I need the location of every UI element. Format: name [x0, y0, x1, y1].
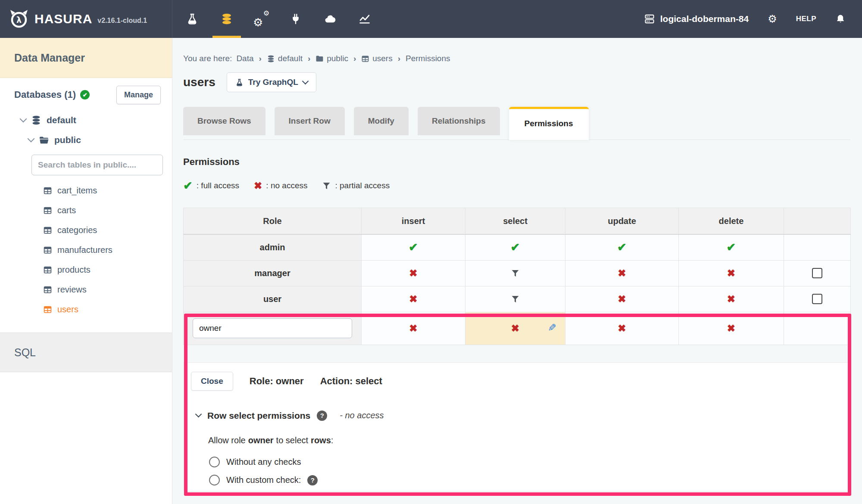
- tab-permissions[interactable]: Permissions: [509, 107, 589, 140]
- breadcrumb-default[interactable]: default: [267, 54, 303, 63]
- perm-cell-admin-update[interactable]: ✔: [565, 234, 679, 260]
- nav-right: logical-doberman-84 ⚙ HELP: [644, 0, 862, 38]
- table-icon: [43, 305, 52, 314]
- full-access-icon: ✔: [511, 241, 520, 254]
- perm-cell-owner-delete[interactable]: ✖: [679, 312, 784, 345]
- nav-cloud[interactable]: [313, 0, 347, 38]
- chevron-down-icon: [195, 411, 202, 418]
- tab-modify[interactable]: Modify: [354, 107, 409, 135]
- brand[interactable]: λ HASURA v2.16.1-cloud.1: [0, 0, 172, 38]
- perm-cell-user-update[interactable]: ✖: [565, 286, 679, 312]
- perm-cell-manager-delete[interactable]: ✖: [679, 260, 784, 286]
- perm-cell-manager-update[interactable]: ✖: [565, 260, 679, 286]
- breadcrumb-users[interactable]: users: [361, 54, 392, 63]
- perm-cell-user-insert[interactable]: ✖: [362, 286, 465, 312]
- help-icon[interactable]: ?: [307, 475, 318, 485]
- new-role-cell: [184, 312, 362, 345]
- project-name-label: logical-doberman-84: [660, 14, 749, 24]
- partial-access-icon: [511, 269, 520, 276]
- hasura-logo-icon: λ: [9, 9, 29, 29]
- nav-api-explorer[interactable]: [175, 0, 209, 38]
- table-icon: [43, 285, 52, 294]
- perm-cell-owner-update[interactable]: ✖: [565, 312, 679, 345]
- tree-schema-label: public: [54, 135, 81, 145]
- column-delete: delete: [679, 208, 784, 235]
- table-icon: [43, 226, 52, 235]
- partial-access-icon: [511, 295, 520, 302]
- sidebar-table-users[interactable]: users: [0, 299, 172, 319]
- help-icon[interactable]: ?: [317, 411, 327, 421]
- role-cell: user: [184, 286, 362, 312]
- search-tables-input[interactable]: [31, 155, 163, 175]
- breadcrumb-data[interactable]: Data: [236, 54, 253, 63]
- remove-cell-owner: [784, 312, 851, 345]
- perm-cell-manager-insert[interactable]: ✖: [362, 260, 465, 286]
- sidebar-table-manufacturers[interactable]: manufacturers: [0, 240, 172, 260]
- nav-data[interactable]: [209, 0, 244, 38]
- close-button[interactable]: Close: [191, 372, 233, 391]
- remove-cell-admin: [784, 234, 851, 260]
- remove-role-checkbox[interactable]: [812, 294, 822, 304]
- nav-monitoring[interactable]: [347, 0, 382, 38]
- page-title: users: [183, 75, 216, 89]
- chevron-right-icon: ›: [353, 54, 357, 63]
- column-select: select: [465, 208, 565, 235]
- main-content: You are here: Data › default › public › …: [172, 38, 862, 504]
- column-role: Role: [184, 208, 362, 235]
- perm-cell-admin-select[interactable]: ✔: [465, 234, 565, 260]
- breadcrumb-public[interactable]: public: [315, 54, 348, 63]
- no-access-icon: ✖: [727, 268, 735, 279]
- settings-gear-icon[interactable]: ⚙: [768, 13, 777, 25]
- tree-database-default[interactable]: default: [21, 114, 172, 126]
- plug-icon: [290, 13, 302, 25]
- no-access-icon: ✖: [618, 293, 626, 305]
- radio-with-custom-check: With custom check: ?: [191, 475, 850, 486]
- remove-role-checkbox[interactable]: [812, 268, 822, 278]
- perm-cell-user-select[interactable]: [465, 286, 565, 312]
- no-access-icon: ✖: [727, 323, 735, 334]
- tab-relationships[interactable]: Relationships: [418, 107, 500, 135]
- sidebar-table-carts[interactable]: carts: [0, 200, 172, 220]
- notifications-bell-icon[interactable]: [835, 14, 846, 24]
- full-access-icon: ✔: [409, 241, 418, 254]
- manage-button[interactable]: Manage: [116, 86, 161, 104]
- tree-schema-public[interactable]: public: [28, 134, 172, 146]
- flask-icon: [235, 78, 244, 87]
- folder-icon: [39, 135, 49, 145]
- try-graphql-button[interactable]: Try GraphQL: [227, 72, 316, 92]
- section-title: Row select permissions: [207, 411, 310, 421]
- perm-cell-admin-insert[interactable]: ✔: [362, 234, 465, 260]
- sidebar-table-cart_items[interactable]: cart_items: [0, 180, 172, 200]
- breadcrumb-prefix: You are here:: [183, 54, 232, 63]
- nav-events[interactable]: [278, 0, 313, 38]
- perm-cell-user-delete[interactable]: ✖: [679, 286, 784, 312]
- tab-insert-row[interactable]: Insert Row: [275, 107, 345, 135]
- edit-pencil-icon[interactable]: ✎: [548, 322, 556, 334]
- breadcrumb-permissions[interactable]: Permissions: [406, 54, 450, 63]
- partial-access-icon: [322, 181, 331, 190]
- no-access-icon: ✖: [409, 293, 417, 305]
- radio-button[interactable]: [209, 475, 220, 485]
- tab-bar: Browse Rows Insert Row Modify Relationsh…: [183, 107, 850, 140]
- radio-button[interactable]: [209, 457, 220, 467]
- new-role-input[interactable]: [193, 318, 352, 338]
- sidebar-table-products[interactable]: products: [0, 260, 172, 280]
- perm-cell-owner-insert[interactable]: ✖: [362, 312, 465, 345]
- perm-cell-admin-delete[interactable]: ✔: [679, 234, 784, 260]
- table-row-user: user ✖ ✖ ✖: [184, 286, 851, 312]
- perm-cell-owner-select-editing[interactable]: ✖ ✎: [465, 312, 565, 345]
- sidebar-table-categories[interactable]: categories: [0, 220, 172, 240]
- sidebar-sql-section[interactable]: SQL: [0, 333, 172, 372]
- permissions-legend: ✔ : full access ✖ : no access : partial …: [183, 180, 862, 192]
- no-access-icon: ✖: [618, 268, 626, 279]
- nav-actions[interactable]: ⚙⚙: [244, 0, 278, 38]
- no-access-icon: ✖: [727, 293, 735, 305]
- permissions-heading: Permissions: [183, 156, 862, 166]
- tab-browse-rows[interactable]: Browse Rows: [183, 107, 265, 135]
- perm-cell-manager-select[interactable]: [465, 260, 565, 286]
- svg-text:λ: λ: [16, 15, 22, 25]
- help-link[interactable]: HELP: [796, 15, 816, 23]
- sidebar-table-reviews[interactable]: reviews: [0, 280, 172, 299]
- row-select-permissions-section[interactable]: Row select permissions ? - no access: [191, 409, 850, 422]
- project-name[interactable]: logical-doberman-84: [644, 13, 749, 25]
